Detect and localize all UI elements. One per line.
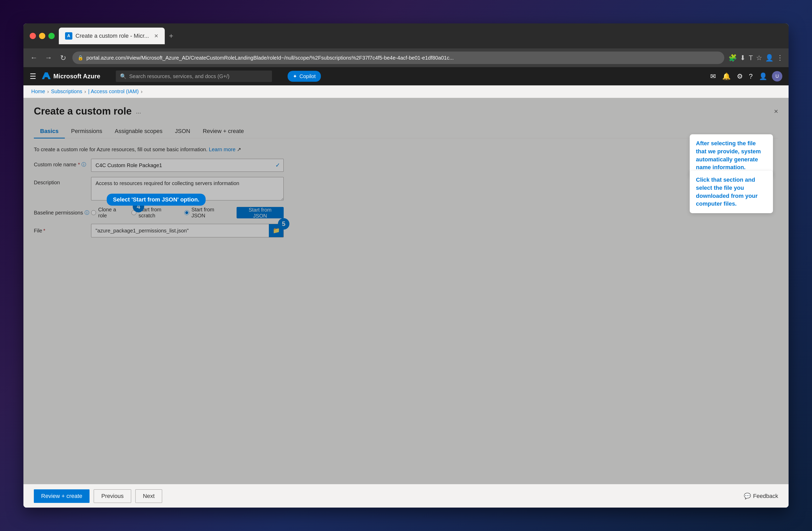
close-dot[interactable] [30,33,36,39]
select-json-tooltip: Select 'Start from JSON' option. [107,193,206,206]
copilot-button[interactable]: ✦ Copilot [288,71,321,82]
header-icons: ✉ 🔔 ⚙ ? 👤 U [709,71,782,82]
toolbar-icons: 🧩 ⬇ T ☆ 👤 ⋮ [728,54,783,62]
azure-search-bar[interactable]: 🔍 Search resources, services, and docs (… [116,71,272,82]
refresh-button[interactable]: ↻ [58,54,68,62]
user-avatar[interactable]: U [772,71,782,82]
address-bar[interactable]: 🔒 portal.azure.com/#view/Microsoft_Azure… [72,52,724,64]
tab-bar: A Create a custom role - Micr... ✕ + [59,28,782,44]
azure-logo-icon [41,72,51,81]
back-button[interactable]: ← [29,54,39,62]
azure-logo: Microsoft Azure [41,72,100,81]
download-icon[interactable]: ⬇ [740,54,745,62]
previous-button[interactable]: Previous [94,489,131,503]
copilot-icon: ✦ [293,73,297,80]
feedback-button[interactable]: 💬 Feedback [744,493,778,500]
feedback-icon: 💬 [744,493,751,500]
settings-icon[interactable]: ⋮ [777,54,783,62]
browser-titlebar: A Create a custom role - Micr... ✕ + [24,24,788,48]
minimize-dot[interactable] [39,33,45,39]
next-button[interactable]: Next [135,489,162,503]
search-icon: 🔍 [120,73,127,80]
help-icon[interactable]: ? [748,71,754,82]
active-browser-tab[interactable]: A Create a custom role - Micr... ✕ [59,28,165,44]
directory-icon[interactable]: 👤 [757,71,769,82]
azure-header: ☰ Microsoft Azure 🔍 Search resources, se… [24,67,788,85]
breadcrumb-sep-2: › [84,88,86,95]
copilot-label: Copilot [299,73,316,80]
search-placeholder-text: Search resources, services, and docs (G+… [129,73,229,80]
translate-icon[interactable]: T [749,54,753,62]
new-tab-button[interactable]: + [167,32,175,40]
footer-bar: Review + create Previous Next 💬 Feedback [24,484,788,507]
azure-portal: ☰ Microsoft Azure 🔍 Search resources, se… [24,67,788,507]
breadcrumb-sep-1: › [47,88,49,95]
notifications-icon[interactable]: 🔔 [721,71,732,82]
favorites-icon[interactable]: ☆ [756,54,762,62]
breadcrumb: Home › Subscriptions › | Access control … [24,85,788,98]
annotation-bubble-4: After selecting the file that we provide… [690,134,773,177]
breadcrumb-subscriptions[interactable]: Subscriptions [51,88,82,95]
tab-title: Create a custom role - Micr... [75,32,149,39]
settings-gear-icon[interactable]: ⚙ [735,71,744,82]
annotation-bubble-5: Click that section and select the file y… [690,171,773,213]
maximize-dot[interactable] [48,33,55,39]
profile-icon[interactable]: 👤 [765,54,773,62]
url-text: portal.azure.com/#view/Microsoft_Azure_A… [86,55,719,61]
breadcrumb-sep-3: › [141,88,143,95]
overlay-dim [24,98,788,484]
breadcrumb-home[interactable]: Home [31,88,45,95]
browser-window: A Create a custom role - Micr... ✕ + ← →… [24,24,788,507]
mail-icon[interactable]: ✉ [709,71,717,82]
browser-dots [30,33,55,39]
browser-toolbar: ← → ↻ 🔒 portal.azure.com/#view/Microsoft… [24,48,788,67]
main-content: Create a custom role ... × Basics Permis… [24,98,788,484]
lock-icon: 🔒 [77,55,83,61]
extensions-icon[interactable]: 🧩 [728,54,737,62]
breadcrumb-iam[interactable]: | Access control (IAM) [88,88,139,95]
tab-close-icon[interactable]: ✕ [154,33,159,39]
review-create-button[interactable]: Review + create [34,489,89,503]
hamburger-menu[interactable]: ☰ [30,72,36,81]
forward-button[interactable]: → [43,54,54,62]
tab-favicon: A [65,32,72,40]
azure-logo-text: Microsoft Azure [53,73,100,80]
